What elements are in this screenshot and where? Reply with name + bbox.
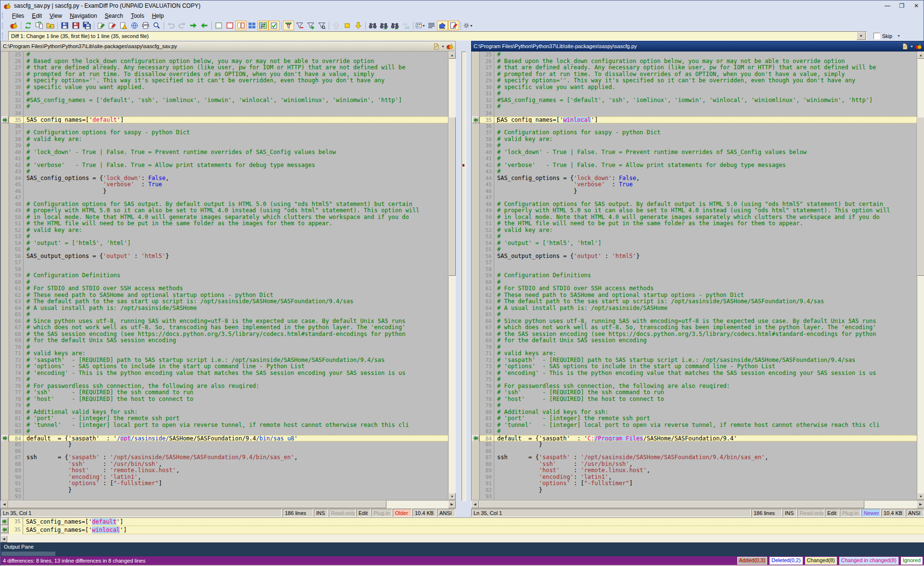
code-line-69[interactable]: 69# for the default Unix SAS session enc… [1,337,448,344]
code-line-50[interactable]: 50# in local mode. Note that HTML 4.0 wi… [472,214,917,221]
code-line-42[interactable]: 42# 'verbose' - True | False. True = All… [472,162,917,169]
code-line-26[interactable]: 26# Based upon the lock_down configurati… [1,58,448,65]
code-line-68[interactable]: 68# the SAS session encoding (see https:… [472,331,917,338]
search-filter-button[interactable] [316,21,327,30]
code-line-44[interactable]: 44SAS_config_options = {'lock_down': Fal… [472,175,917,182]
edit-first-file-button[interactable] [96,21,107,30]
view-options-button[interactable]: ▼ [415,21,426,30]
code-line-48[interactable]: 48# Configuration options for SAS output… [1,201,448,208]
scrollbar-thumb[interactable] [479,501,864,508]
find-previous-button[interactable] [389,21,400,30]
code-line-39[interactable]: 39# [472,142,917,149]
chevron-down-icon[interactable]: ▼ [910,45,913,48]
code-line-63[interactable]: 63# The default path to the sas start up… [472,298,917,305]
code-line-56[interactable]: 56SAS_output_options = {'output' : 'html… [472,253,917,260]
edit-second-file-button[interactable] [107,21,118,30]
badge-added-0-3-[interactable]: Added(0,3) [737,557,767,565]
code-line-58[interactable]: 58 [1,266,448,273]
code-line-65[interactable]: 65# [1,311,448,318]
code-line-82[interactable]: 82# 'tunnel' - [integer] local port to o… [472,422,917,429]
code-line-49[interactable]: 49# properly with HTML 5.0 so it can als… [472,207,917,214]
output-pane-bar[interactable]: Output Pane [0,542,924,556]
code-line-26[interactable]: 26# Based upon the lock_down configurati… [472,58,917,65]
scroll-down-icon[interactable]: ▼ [917,493,924,500]
code-line-88[interactable]: 88 'ssh' : '/usr/bin/ssh', [1,461,448,468]
badge-ignored[interactable]: Ignored [901,557,923,565]
code-line-33[interactable]: 33# [1,103,448,110]
code-line-28[interactable]: 28# prompted for at run time. To dissall… [1,71,448,78]
code-line-30[interactable]: 30# specific value you want applied. [472,84,917,91]
code-line-92[interactable]: 92 } [1,487,448,494]
current-diff-line[interactable]: 35SAS_config_names=['winlocal'] [0,526,924,534]
word-wrap-button[interactable] [426,21,437,30]
diff-marker-button[interactable] [1,116,9,123]
menu-edit[interactable]: Edit [28,12,46,20]
options-button[interactable]: ▼ [462,21,474,30]
show-deleted-lines-button[interactable] [294,21,305,30]
code-line-64[interactable]: 64# A usual install path is: /opt/sasins… [1,305,448,312]
horizontal-scrollbar[interactable]: ◀ ▶ [0,500,456,508]
code-line-37[interactable]: 37# Configuration options for saspy - py… [1,129,448,136]
code-line-81[interactable]: 81# 'port' - [integer] the remote ssh po… [472,415,917,422]
code-line-77[interactable]: 77# 'ssh' - [REQUIRED] the ssh command t… [1,389,448,396]
code-line-54[interactable]: 54# 'output' = ['html5', 'html'] [472,240,917,247]
code-line-64[interactable]: 64# A usual install path is: /opt/sasins… [472,305,917,312]
code-line-32[interactable]: 32#SAS_config_names = ['default', 'ssh',… [472,97,917,104]
document-icon[interactable] [901,43,909,50]
code-line-68[interactable]: 68# the SAS session encoding (see https:… [1,331,448,338]
code-line-55[interactable]: 55# [472,246,917,253]
toolbar-grip[interactable] [2,13,6,19]
scroll-up-icon[interactable]: ▲ [917,51,924,59]
code-line-53[interactable]: 53# [472,233,917,240]
code-line-71[interactable]: 71# valid keys are: [1,350,448,357]
scroll-up-icon[interactable]: ▲ [449,51,456,59]
scroll-down-icon[interactable]: ▼ [449,493,456,500]
code-line-91[interactable]: 91 'options' : ["-fullstimer"] [1,480,448,487]
publish-report-button[interactable] [129,21,140,30]
code-line-33[interactable]: 33# [472,103,917,110]
compare-apple-icon[interactable] [446,43,453,50]
code-line-93[interactable]: 93 [1,493,448,500]
recompare-files-button[interactable] [34,21,45,30]
code-line-83[interactable]: 83# [1,428,448,435]
current-change-button[interactable] [342,21,353,30]
code-line-74[interactable]: 74# 'encoding' - This is the python enco… [1,370,448,377]
scroll-left-icon[interactable]: ◀ [0,501,8,508]
scrollbar-thumb[interactable] [8,501,386,508]
scroll-left-icon[interactable]: ◀ [0,536,7,542]
toolbar-grip[interactable] [2,33,6,39]
print-button[interactable] [140,21,151,30]
code-line-39[interactable]: 39# [1,142,448,149]
code-line-72[interactable]: 72# 'saspath' - [REQUIRED] path to SAS s… [472,357,917,364]
code-line-83[interactable]: 83# [472,428,917,435]
code-line-59[interactable]: 59# Configuration Definitions [1,272,448,279]
vertical-scrollbar[interactable]: ▲ ▼ [917,51,924,500]
code-line-69[interactable]: 69# for the default Unix SAS session enc… [472,337,917,344]
code-line-76[interactable]: 76# For passwordless ssh connection, the… [472,383,917,390]
current-diff-line[interactable]: 35SAS_config_names=['default'] [0,518,924,526]
code-line-28[interactable]: 28# prompted for at run time. To dissall… [472,71,917,78]
code-line-93[interactable]: 93 [472,493,917,500]
code-line-27[interactable]: 27# that are defined already. Any necess… [472,64,917,71]
scroll-right-icon[interactable]: ▶ [448,501,456,508]
code-line-45[interactable]: 45 'verbose' : True [1,181,448,188]
scroll-right-icon[interactable]: ▶ [917,501,924,508]
code-line-92[interactable]: 92 } [472,487,917,494]
code-line-60[interactable]: 60# [472,279,917,286]
compare-button[interactable] [8,21,19,30]
code-line-40[interactable]: 40# 'lock_down' - True | False. True = P… [1,149,448,156]
scrollbar-thumb[interactable] [449,117,456,276]
code-line-57[interactable]: 57 [1,259,448,266]
chevron-down-icon[interactable]: ▼ [897,34,900,38]
code-line-67[interactable]: 67# which does not work well as utf-8. S… [472,324,917,331]
code-line-71[interactable]: 71# valid keys are: [472,350,917,357]
code-line-42[interactable]: 42# 'verbose' - True | False. True = All… [1,162,448,169]
code-line-25[interactable]: 25# [1,51,448,58]
diff-marker-button[interactable] [472,435,479,442]
code-line-35[interactable]: 35SAS_config_names=['default'] [1,116,448,123]
code-line-80[interactable]: 80# Additional valid keys for ssh: [472,409,917,416]
chevron-down-icon[interactable]: ▼ [857,32,866,40]
code-line-61[interactable]: 61# For STDIO and STDIO over SSH access … [472,285,917,292]
scroll-left-icon[interactable]: ◀ [471,501,479,508]
code-line-46[interactable]: 46 } [1,188,448,195]
